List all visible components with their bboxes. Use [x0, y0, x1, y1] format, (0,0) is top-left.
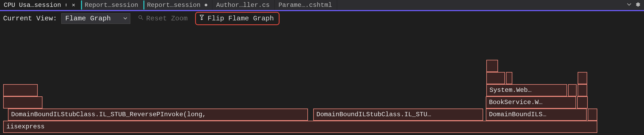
flame-block[interactable]: BookService.W…	[486, 96, 576, 109]
tab-3[interactable]: Author…ller.cs	[212, 0, 275, 10]
close-icon[interactable]	[71, 3, 76, 7]
view-select[interactable]: Flame Graph	[61, 13, 130, 24]
flame-block[interactable]: DomainBoundILS…	[486, 109, 587, 121]
flame-block[interactable]	[588, 109, 597, 121]
flip-label: Flip Flame Graph	[208, 15, 274, 22]
view-select-value: Flame Graph	[65, 15, 111, 22]
toolbar: Current View: Flame Graph Reset Zoom Fli…	[0, 11, 644, 26]
flip-flame-graph-button[interactable]: Flip Flame Graph	[195, 12, 280, 25]
spacer	[337, 0, 623, 10]
tab-label: CPU Usa…session	[4, 2, 61, 9]
flame-block[interactable]	[506, 72, 512, 84]
flame-block-label: DomainBoundILStubClass.IL_STUB_ReversePI…	[11, 111, 206, 118]
magnifier-icon	[138, 15, 144, 22]
tab-strip: CPU Usa…sessionReport…sessionReport…sess…	[0, 0, 644, 11]
gear-icon[interactable]	[635, 2, 640, 8]
flame-block[interactable]: DomainBoundILStubClass.IL_STUB_ReversePI…	[8, 109, 308, 121]
reset-zoom-label: Reset Zoom	[146, 15, 188, 22]
flame-block-label: DomainBoundILS…	[489, 111, 546, 118]
tab-2[interactable]: Report…session	[143, 0, 213, 10]
flame-block[interactable]	[3, 96, 42, 109]
flame-block-label: System.Web…	[490, 87, 531, 93]
svg-point-0	[139, 16, 142, 19]
flame-block[interactable]	[578, 84, 587, 96]
flame-block-label: DomainBoundILStubClass.IL_STU…	[316, 111, 431, 118]
flame-block-label: BookService.W…	[489, 99, 543, 106]
flame-block[interactable]	[577, 96, 588, 109]
flip-icon	[199, 14, 205, 23]
flame-graph[interactable]: iisexpressDomainBoundILStubClass.IL_STUB…	[0, 26, 644, 135]
pin-icon[interactable]	[64, 3, 68, 7]
flame-block[interactable]	[486, 60, 498, 72]
flame-block[interactable]	[3, 84, 38, 96]
flame-block-label: iisexpress	[6, 124, 45, 130]
tab-label: Author…ller.cs	[216, 2, 270, 9]
tab-label: Report…session	[147, 2, 201, 9]
tab-accent	[81, 1, 82, 10]
tab-1[interactable]: Report…session	[81, 0, 143, 10]
flame-block[interactable]: System.Web…	[486, 84, 567, 96]
tab-0[interactable]: CPU Usa…session	[0, 0, 81, 10]
tab-4[interactable]: Parame….cshtml	[275, 0, 337, 10]
tab-label: Parame….cshtml	[278, 2, 332, 9]
chevron-down-icon	[123, 15, 127, 22]
flame-block[interactable]	[568, 84, 577, 96]
svg-line-1	[141, 18, 143, 20]
reset-zoom-button[interactable]: Reset Zoom	[135, 13, 191, 24]
tab-label: Report…session	[85, 2, 138, 9]
flame-block[interactable]: DomainBoundILStubClass.IL_STU…	[313, 109, 483, 121]
tab-overflow-menu-icon[interactable]	[627, 2, 631, 8]
flame-block[interactable]: iisexpress	[3, 121, 597, 133]
tab-accent	[143, 1, 144, 10]
flame-block[interactable]	[578, 72, 587, 84]
flame-block[interactable]	[486, 72, 505, 84]
tab-overflow-controls	[623, 0, 644, 10]
unsaved-dot-icon	[205, 4, 207, 6]
current-view-label: Current View:	[3, 15, 57, 22]
